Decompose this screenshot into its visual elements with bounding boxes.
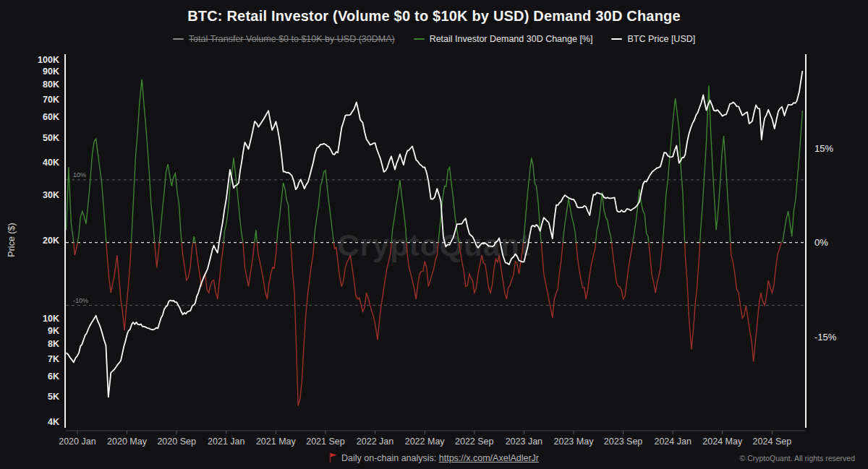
left-axis-tick-label: 50K bbox=[43, 133, 59, 143]
right-axis-tick-label: 0% bbox=[814, 237, 828, 248]
x-axis-tick-label: 2023 Jan bbox=[506, 436, 542, 447]
x-axis-tick-label: 2023 Sep bbox=[604, 436, 643, 447]
left-axis-tick-label: 80K bbox=[43, 79, 59, 90]
left-axis-tick-label: 10K bbox=[43, 314, 59, 324]
chart-canvas[interactable]: 10%-10%100K90K80K70K60K50K40K30K20K10K9K… bbox=[0, 0, 868, 469]
x-axis-tick-label: 2020 Sep bbox=[157, 436, 196, 447]
x-axis-tick-label: 2024 Jan bbox=[654, 436, 691, 447]
x-axis-tick-label: 2022 Sep bbox=[455, 436, 494, 447]
left-axis-tick-label: 40K bbox=[43, 158, 59, 168]
left-axis-tick-label: 6K bbox=[48, 371, 59, 382]
right-axis-tick-label: 15% bbox=[814, 143, 833, 154]
x-axis-tick-label: 2023 May bbox=[554, 436, 595, 447]
left-axis-tick-label: 90K bbox=[43, 66, 59, 77]
left-axis-tick-label: 9K bbox=[48, 326, 59, 336]
left-axis-tick-label: 100K bbox=[38, 55, 59, 65]
reference-line-label: 10% bbox=[73, 171, 86, 178]
x-axis-tick-label: 2021 May bbox=[256, 436, 297, 447]
left-axis-tick-label: 20K bbox=[43, 236, 59, 246]
x-axis-tick-label: 2020 May bbox=[107, 436, 148, 447]
left-axis-tick-label: 5K bbox=[48, 392, 59, 402]
left-axis-tick-label: 60K bbox=[43, 112, 59, 122]
left-axis-tick-label: 30K bbox=[43, 190, 59, 200]
x-axis-tick-label: 2022 May bbox=[405, 436, 446, 447]
reference-line-label: -10% bbox=[73, 297, 88, 304]
left-axis-tick-label: 7K bbox=[48, 354, 59, 364]
right-axis-tick-label: -15% bbox=[814, 332, 837, 343]
left-axis-tick-label: 8K bbox=[48, 339, 59, 349]
left-axis-title: Price ($) bbox=[7, 204, 17, 276]
x-axis-tick-label: 2024 Sep bbox=[753, 436, 792, 447]
x-axis-tick-label: 2020 Jan bbox=[59, 436, 95, 447]
x-axis-tick-label: 2024 May bbox=[702, 436, 743, 447]
x-axis-tick-label: 2021 Jan bbox=[208, 436, 244, 447]
chart-page: BTC: Retail Investor (Volume $0 to $10K … bbox=[0, 0, 868, 469]
left-axis-tick-label: 70K bbox=[43, 95, 59, 105]
x-axis-tick-label: 2022 Jan bbox=[357, 436, 393, 447]
left-axis-tick-label: 4K bbox=[48, 417, 59, 427]
x-axis-tick-label: 2021 Sep bbox=[306, 436, 345, 447]
